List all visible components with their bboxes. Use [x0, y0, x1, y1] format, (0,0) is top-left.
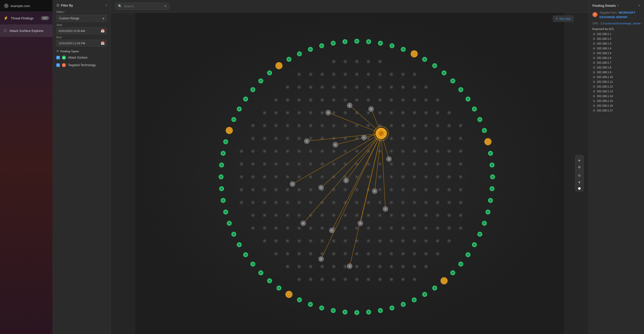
exposed-item[interactable]: 🖥192.168.1.11 [592, 80, 640, 84]
svg-point-522 [379, 202, 381, 203]
exposed-item[interactable]: 🖥192.168.1.5 [592, 51, 640, 55]
svg-point-514 [333, 202, 335, 203]
graph-toolbar: 🔍 ✕ [111, 0, 589, 13]
svg-point-538 [252, 215, 254, 216]
end-date-input-wrapper[interactable]: 📅 [56, 40, 107, 47]
svg-point-646 [448, 240, 450, 242]
svg-point-632 [368, 240, 369, 242]
targeted-tech-checkbox[interactable]: ✓ [56, 63, 60, 67]
finding-details-close-button[interactable]: × [638, 4, 640, 8]
sidebar-item-threat-findings[interactable]: ⚡ Threat Findings 157 [0, 12, 53, 24]
finding-type-attack-surface[interactable]: ✓ A Attack Surface [56, 55, 107, 60]
start-date-input[interactable] [59, 29, 99, 32]
exposed-item[interactable]: 🖥192.168.1.17 [592, 108, 640, 112]
svg-point-378 [241, 163, 242, 165]
exposed-item-icon: 🖥 [592, 56, 595, 59]
svg-point-304 [275, 138, 277, 139]
svg-point-134 [320, 45, 323, 47]
exposed-item[interactable]: 🖥192.168.1.3 [592, 41, 640, 46]
finding-types-header: ⚙ Finding Types [56, 50, 107, 53]
finding-details-info-icon[interactable]: ℹ [617, 4, 618, 7]
exposed-item[interactable]: 🖥192.168.1.6 [592, 56, 640, 60]
svg-point-390 [310, 163, 311, 165]
search-box[interactable]: 🔍 ✕ [115, 3, 170, 10]
svg-point-414 [448, 163, 450, 165]
svg-point-138 [344, 40, 346, 43]
svg-point-588 [321, 227, 323, 229]
svg-point-398 [356, 163, 358, 165]
svg-point-77 [320, 307, 323, 309]
svg-point-168 [402, 74, 404, 75]
svg-point-81 [298, 299, 301, 301]
end-calendar-icon[interactable]: 📅 [101, 41, 105, 45]
dates-select-wrapper[interactable]: Custom Range [56, 15, 107, 22]
sidebar-item-attack-surface-explorer[interactable]: ⬡ Attack Surface Explorer [0, 24, 53, 37]
search-input[interactable] [124, 5, 162, 8]
svg-point-350 [310, 150, 311, 152]
svg-point-644 [437, 240, 438, 242]
svg-point-576 [252, 227, 254, 229]
svg-point-110 [222, 152, 224, 154]
attack-surface-checkbox[interactable]: ✓ [56, 56, 60, 59]
end-date-input[interactable] [59, 42, 99, 45]
svg-point-274 [321, 125, 323, 127]
start-date-label: Start [56, 23, 107, 26]
zoom-out-button[interactable]: ⊖ [576, 172, 582, 178]
svg-point-210 [345, 99, 346, 101]
svg-point-462 [264, 189, 265, 190]
exposed-item-icon: 🖥 [592, 42, 595, 45]
start-date-input-wrapper[interactable]: 📅 [56, 27, 107, 34]
sidebar-label-attack-surface: Attack Surface Explorer [9, 29, 44, 33]
search-clear-icon[interactable]: ✕ [164, 4, 167, 8]
svg-point-170 [414, 74, 415, 75]
exposed-item[interactable]: 🖥192.168.1.4 [592, 46, 640, 50]
finding-type-targeted-tech[interactable]: ✓ T Targeted Technology [56, 62, 107, 68]
svg-point-164 [379, 74, 381, 75]
exposed-item[interactable]: 🖥192.168.1.10 [592, 75, 640, 79]
graph-canvas[interactable]: ↻ RELOAD ▲ ⊕ ⊖ ▼ [111, 13, 589, 334]
exposed-item-ip: 192.168.1.15 [597, 99, 613, 102]
svg-point-428 [298, 176, 300, 178]
exposed-item[interactable]: 🖥192.168.1.8 [592, 65, 640, 69]
svg-point-23 [467, 98, 469, 100]
svg-point-160 [356, 74, 358, 75]
network-graph[interactable] [111, 13, 589, 334]
reload-button[interactable]: ↻ RELOAD [553, 16, 574, 22]
svg-point-466 [287, 189, 288, 190]
dates-select[interactable]: Custom Range [56, 15, 107, 22]
filter-info-icon[interactable]: ℹ [106, 4, 107, 7]
zoom-up-button[interactable]: ▲ [576, 157, 582, 163]
exposed-item[interactable]: 🖥192.168.1.9 [592, 70, 640, 74]
svg-point-262 [252, 125, 254, 127]
svg-point-220 [402, 99, 404, 101]
svg-point-586 [310, 227, 311, 229]
exposed-item[interactable]: 🖥192.168.1.16 [592, 104, 640, 108]
svg-point-702 [425, 266, 427, 267]
main-content: ☰ Filter By ℹ Dates * Custom Range Start [53, 0, 644, 334]
svg-point-706 [310, 279, 311, 280]
svg-point-743 [327, 111, 330, 114]
exposed-item[interactable]: 🖥192.168.1.12 [592, 85, 640, 89]
exposed-item[interactable]: 🖥192.168.1.7 [592, 61, 640, 65]
end-date-group: End 📅 [56, 36, 107, 47]
svg-point-98 [228, 222, 230, 224]
svg-point-400 [368, 163, 369, 165]
svg-point-180 [333, 87, 335, 88]
exposed-item[interactable]: 🖥192.168.1.2 [592, 37, 640, 41]
svg-point-238 [321, 112, 323, 114]
exposed-item[interactable]: 🖥192.168.1.13 [592, 89, 640, 93]
exposed-item[interactable]: 🖥192.168.1.1 [592, 32, 640, 36]
svg-point-660 [345, 253, 346, 255]
exposed-item[interactable]: 🖥192.168.1.15 [592, 99, 640, 103]
svg-point-771 [384, 208, 387, 210]
svg-point-686 [333, 266, 335, 267]
svg-point-745 [349, 104, 351, 107]
svg-point-416 [460, 163, 461, 165]
zoom-in-button[interactable]: ⊕ [576, 164, 582, 170]
exposed-item[interactable]: 🖥192.168.1.14 [592, 94, 640, 98]
zoom-down-button[interactable]: ▼ [576, 179, 582, 185]
svg-point-384 [275, 163, 277, 165]
start-calendar-icon[interactable]: 📅 [101, 29, 105, 33]
exposed-item-ip: 192.168.1.7 [597, 61, 611, 64]
svg-point-680 [298, 266, 300, 267]
